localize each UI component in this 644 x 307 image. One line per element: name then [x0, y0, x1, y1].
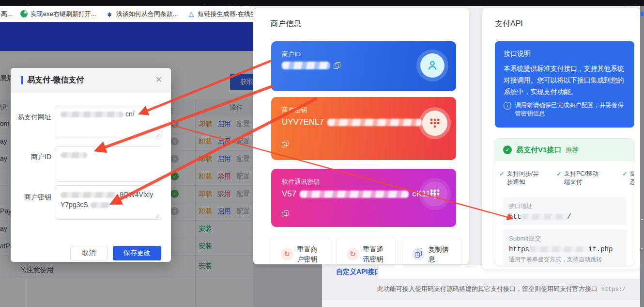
check-icon: ✓ [622, 170, 628, 186]
cutoff-page-strip [640, 6, 644, 307]
keypad-icon [422, 181, 447, 207]
bookmark-item[interactable]: ψ 浅谈如何从合同条款... [106, 10, 178, 18]
keypad-icon [422, 111, 447, 136]
avatar-ring [416, 49, 448, 81]
merchant-key-card: 商户密钥 UYV7ENL7 cS [271, 97, 456, 160]
v1-api-section: ✓ 易支付V1接口 推荐 ✓ 支持同步/异步通知 ✓ 支持PC/移动端支付 ✓ … [495, 138, 634, 266]
feature-label: 支持PC/移动端支付 [564, 170, 603, 186]
cutoff-fragment [641, 219, 643, 220]
submit-suffix: it.php [588, 245, 613, 253]
bookmark-favicon-triangle-icon: △ [187, 10, 195, 17]
resize-grip[interactable] [154, 213, 159, 218]
app-header: 请搜索... [0, 22, 253, 51]
feature-item: ✓ 提供状态 [622, 170, 634, 186]
easypay-url-textarea[interactable]: cn/ [56, 106, 161, 139]
check-icon: ✓ [499, 170, 505, 186]
feature-label: 提供状态 [630, 170, 634, 186]
save-button[interactable]: 保存更改 [113, 246, 161, 260]
bookmark-label: 短链接生成器-在线生... [198, 10, 261, 18]
copy-icon[interactable] [282, 141, 289, 147]
masked-endpoint-url [521, 214, 567, 220]
screenshot-root: 高... 实现exe右键刷新打开... ψ 浅谈如何从合同条款... △ 短链接… [0, 0, 644, 307]
payment-api-panel: 支付API 接口说明 本系统提供标准支付接口，支持其他系统对接调用。您可以将以下… [482, 8, 640, 269]
v1-header: ✓ 易支付V1接口 推荐 [495, 139, 634, 161]
masked-url [61, 112, 123, 117]
masked-merchant-id [61, 152, 87, 158]
merchant-id-textarea[interactable] [56, 146, 161, 182]
api-notice-card: 接口说明 本系统提供标准支付接口，支持其他系统对接调用。您可以将以下接口集成到您… [495, 41, 634, 128]
close-icon[interactable]: ✕ [155, 75, 162, 85]
notice-title: 接口说明 [504, 49, 626, 58]
merchant-key-label: 商户密钥 [282, 106, 307, 114]
feature-label: 支持同步/异步通知 [507, 170, 543, 186]
submit-prefix: https [509, 245, 529, 253]
bookmark-favicon-wave-icon: ψ [106, 10, 113, 17]
endpoint-label: 接口地址 [509, 202, 621, 210]
bookmark-item[interactable]: 实现exe右键刷新打开... [20, 10, 96, 18]
submit-box: Submit提交 httpsit.php 适用于表单提交方式，支持自动跳转 [503, 229, 627, 266]
resize-grip[interactable] [154, 132, 159, 137]
custom-api-label: 自定义API接口 [336, 268, 381, 276]
url-visible-suffix: cn/ [125, 110, 135, 118]
panel-title: 商户信息 [270, 19, 301, 29]
url-field-label: 易支付网址 [11, 113, 51, 122]
bookmark-favicon-green-icon [20, 10, 28, 17]
notice-body: 本系统提供标准支付接口，支持其他系统对接调用。您可以将以下接口集成到您的系统中，… [504, 63, 626, 97]
copy-info-button[interactable]: 复制信息 [402, 237, 461, 264]
bookmark-label: 实现exe右键刷新打开... [31, 10, 96, 18]
bookmark-label: 浅谈如何从合同条款... [116, 10, 178, 18]
endpoint-box: 接口地址 htt/ [503, 197, 627, 225]
copy-icon[interactable] [282, 210, 289, 217]
submit-desc: 适用于表单提交方式，支持自动跳转 [509, 256, 621, 264]
v1-recommended-badge: 推荐 [566, 145, 578, 154]
v1-title: 易支付V1接口 [516, 145, 561, 155]
window-control-fragment [625, 1, 636, 5]
bookmark-item[interactable]: △ 短链接生成器-在线生... [187, 10, 261, 18]
bookmarks-bar: 高... 实现exe右键刷新打开... ψ 浅谈如何从合同条款... △ 短链接… [0, 6, 253, 22]
copy-icon[interactable] [334, 62, 340, 69]
help-text: 此功能可接入使用码支付源码搭建的其它支付接口，留空则使用码支付官方接口 [377, 285, 598, 292]
merchant-id-label: 商户ID [282, 50, 301, 59]
notice-tip: 调用前请确保已完成商户配置，并妥善保管密钥信息 [515, 101, 626, 118]
masked-comm-key [300, 191, 409, 198]
copy-icon [412, 248, 425, 260]
button-label: 复制信息 [429, 244, 452, 264]
check-circle-icon: ✓ [503, 145, 512, 154]
bookmark-item[interactable]: 高... [1, 10, 13, 18]
cutoff-fragment [641, 248, 643, 249]
key-prefix: UYV7ENL7 [282, 117, 324, 127]
merchant-id-field-label: 商户ID [11, 153, 51, 162]
comm-key-label: 软件通讯密钥 [282, 178, 320, 186]
below-area [322, 300, 644, 307]
check-icon: ✓ [556, 170, 562, 186]
address-bar-fragment [27, 1, 206, 5]
browser-tab-strip [0, 0, 644, 6]
button-label: 重置商户密钥 [297, 244, 321, 264]
feature-item: ✓ 支持同步/异步通知 [499, 170, 543, 186]
help-code: https:/ [599, 286, 628, 293]
extension-icon-fragment [228, 1, 236, 5]
cutoff-fragment [641, 12, 644, 16]
masked-merchant-id [282, 62, 330, 69]
cancel-button[interactable]: 取消 [70, 246, 107, 260]
refresh-icon: ↻ [281, 248, 293, 260]
feature-item: ✓ 支持PC/移动端支付 [556, 170, 603, 186]
endpoint-prefix: htt [509, 213, 521, 221]
reset-comm-key-button[interactable]: ↻ 重置通讯密钥 [337, 237, 396, 264]
info-icon: i [504, 102, 511, 110]
merchant-key-textarea[interactable]: 8QW4Vlxly Y7pg3cS [56, 185, 161, 220]
masked-merchant-key [327, 119, 422, 126]
button-label: 重置通讯密钥 [363, 244, 386, 264]
comm-prefix: V57 [282, 189, 296, 199]
reset-merchant-key-button[interactable]: ↻ 重置商户密钥 [271, 237, 330, 264]
masked-key-part [90, 202, 110, 208]
endpoint-suffix: / [567, 213, 571, 221]
resize-grip[interactable] [154, 175, 159, 180]
merchant-info-panel: 商户信息 商户ID 商户密钥 UYV7ENL7 cS [253, 8, 469, 264]
comm-key-card: 软件通讯密钥 V57 cK11B [271, 169, 456, 227]
key-visible-part2: Y7pg3cS [61, 201, 88, 209]
key-visible-part1: 8QW4Vlxly [120, 191, 153, 198]
masked-submit-url [529, 246, 588, 252]
refresh-icon: ↻ [347, 248, 359, 260]
merchant-id-card: 商户ID [271, 41, 456, 91]
